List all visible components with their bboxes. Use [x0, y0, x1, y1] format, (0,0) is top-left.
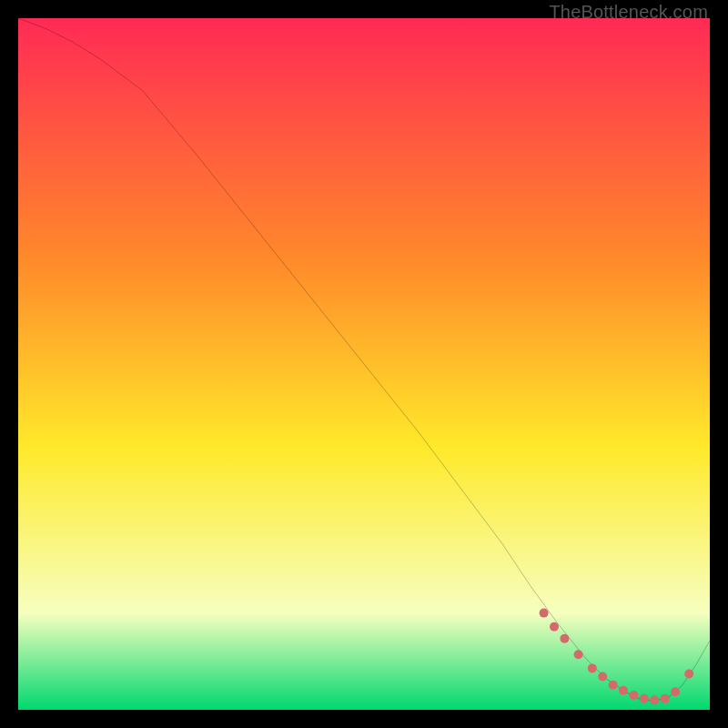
marker-dot — [609, 681, 618, 690]
marker-dot — [574, 650, 583, 659]
marker-dot — [650, 695, 659, 704]
marker-dot — [619, 686, 628, 695]
chart-frame: TheBottleneck.com — [0, 0, 728, 728]
marker-dot — [598, 672, 607, 682]
marker-dot — [560, 634, 569, 643]
marker-dot — [550, 622, 559, 632]
marker-dot — [588, 663, 597, 672]
bottleneck-chart — [18, 18, 710, 710]
marker-dot — [640, 694, 649, 703]
marker-dot — [671, 687, 680, 696]
marker-dot — [684, 669, 693, 678]
marker-dot — [661, 694, 670, 703]
marker-dot — [629, 691, 638, 700]
marker-dot — [540, 609, 549, 618]
